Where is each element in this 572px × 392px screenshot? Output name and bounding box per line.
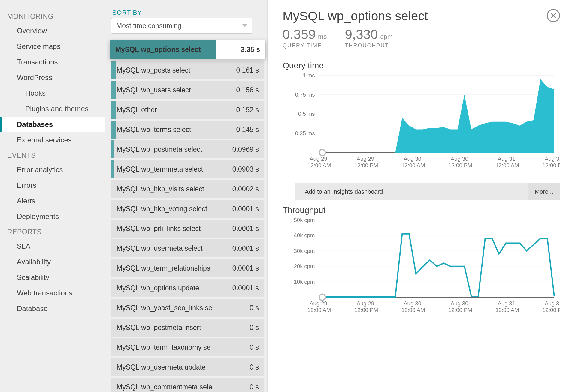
sidebar-item-hooks[interactable]: Hooks (0, 85, 105, 101)
sidebar-item-overview[interactable]: Overview (0, 23, 105, 39)
sidebar-item-external-services[interactable]: External services (0, 132, 105, 148)
svg-text:Aug 31,: Aug 31, (545, 156, 560, 162)
query-row-time: 0 s (250, 304, 259, 312)
query-row[interactable]: MySQL wp_commentmeta sele0 s (111, 378, 264, 392)
sidebar-item-transactions[interactable]: Transactions (0, 54, 105, 70)
sidebar-item-error-analytics[interactable]: Error analytics (0, 162, 105, 178)
sort-by-label: SORT BY (111, 9, 264, 16)
sidebar-item-alerts[interactable]: Alerts (0, 193, 105, 209)
svg-text:Aug 30,: Aug 30, (451, 300, 470, 307)
query-row-name: MySQL wp_terms select (117, 126, 191, 134)
svg-text:12:00 PM: 12:00 PM (354, 162, 378, 169)
query-row[interactable]: MySQL wp_term_relationships0.0001 s (111, 259, 264, 277)
metric-query-time: 0.359 ms QUERY TIME (283, 27, 327, 49)
insights-label: Add to an Insights dashboard (305, 188, 383, 195)
chart-query-time: Query time 1 ms0.75 ms0.5 ms0.25 msAug 2… (283, 61, 560, 174)
query-row-time: 0 s (250, 363, 259, 371)
query-row-name: MySQL wp_yoast_seo_links sel (117, 304, 214, 312)
sidebar-item-scalability[interactable]: Scalability (0, 270, 105, 285)
query-row-time: 0.0001 s (232, 205, 259, 213)
chart-throughput: Throughput 50k cpm40k cpm30k cpm20k cpm1… (283, 205, 560, 319)
query-row[interactable]: MySQL wp_usermeta update0 s (111, 358, 264, 376)
svg-point-45 (319, 294, 325, 301)
sidebar: MONITORINGOverviewService mapsTransactio… (0, 0, 105, 392)
throughput-unit: cpm (380, 33, 393, 41)
sort-by-select[interactable]: Most time consuming (111, 18, 252, 34)
sidebar-section-title: EVENTS (0, 148, 105, 162)
query-time-label: QUERY TIME (283, 43, 327, 49)
query-row[interactable]: MySQL wp_usermeta select0.0001 s (111, 239, 264, 257)
query-row-name: MySQL wp_term_taxonomy se (117, 343, 211, 352)
svg-text:Aug 29,: Aug 29, (310, 300, 329, 307)
query-row-time: 0.152 s (236, 106, 259, 114)
svg-text:0.75 ms: 0.75 ms (295, 91, 315, 98)
query-row-bar (111, 140, 114, 158)
query-row-name: MySQL wp_postmeta select (117, 145, 202, 154)
sidebar-item-databases[interactable]: Databases (0, 117, 105, 132)
query-row-name: MySQL wp_options update (117, 284, 199, 292)
query-row[interactable]: MySQL wp_posts select0.161 s (111, 61, 264, 79)
query-row[interactable]: MySQL wp_prli_links select0.0001 s (111, 220, 264, 238)
query-row-name: MySQL wp_term_relationships (117, 264, 210, 272)
close-icon[interactable] (547, 9, 560, 22)
query-row-time: 0.0001 s (232, 225, 259, 233)
svg-text:12:00 PM: 12:00 PM (542, 307, 560, 313)
sidebar-item-web-transactions[interactable]: Web transactions (0, 285, 105, 301)
query-row-name: MySQL wp_hkb_voting select (117, 205, 207, 213)
query-row[interactable]: MySQL wp_hkb_visits select0.0002 s (111, 180, 264, 198)
query-row-bar (111, 61, 116, 79)
query-row-name: MySQL wp_prli_links select (117, 225, 201, 233)
svg-text:0.5 ms: 0.5 ms (298, 111, 315, 117)
sidebar-item-wordpress[interactable]: WordPress (0, 70, 105, 85)
sidebar-item-errors[interactable]: Errors (0, 178, 105, 193)
sidebar-item-service-maps[interactable]: Service maps (0, 39, 105, 54)
query-row-name: MySQL wp_usermeta update (117, 363, 206, 371)
svg-text:50k cpm: 50k cpm (294, 217, 315, 223)
svg-text:1 ms: 1 ms (303, 72, 315, 78)
sidebar-section-title: REPORTS (0, 224, 105, 238)
svg-text:Aug 30,: Aug 30, (451, 156, 470, 162)
svg-text:Aug 30,: Aug 30, (404, 156, 423, 162)
query-list-panel: SORT BY Most time consuming MySQL wp_opt… (105, 0, 267, 392)
query-row[interactable]: MySQL wp_yoast_seo_links sel0 s (111, 299, 264, 317)
query-row[interactable]: MySQL wp_terms select0.145 s (111, 121, 264, 139)
sidebar-item-deployments[interactable]: Deployments (0, 209, 105, 224)
svg-text:Aug 31,: Aug 31, (498, 156, 517, 162)
svg-text:12:00 AM: 12:00 AM (401, 162, 425, 169)
query-row-time: 0.161 s (236, 66, 259, 74)
query-row-name: MySQL wp_hkb_visits select (117, 185, 204, 193)
query-row[interactable]: MySQL other0.152 s (111, 101, 264, 119)
query-row-bar (111, 101, 116, 119)
svg-text:12:00 AM: 12:00 AM (401, 307, 425, 313)
sidebar-item-database[interactable]: Database (0, 301, 105, 316)
query-row[interactable]: MySQL wp_term_taxonomy se0 s (111, 338, 264, 356)
query-row[interactable]: MySQL wp_postmeta select0.0969 s (111, 140, 264, 158)
query-row-time: 0.0001 s (232, 284, 259, 292)
more-button[interactable]: More... (528, 183, 560, 200)
query-row[interactable]: MySQL wp_options select3.35 s (110, 40, 265, 59)
query-row[interactable]: MySQL wp_users select0.156 s (111, 81, 264, 99)
sidebar-item-plugins-themes[interactable]: Plugins and themes (0, 101, 105, 117)
svg-text:0.25 ms: 0.25 ms (295, 130, 315, 136)
insights-bar[interactable]: Add to an Insights dashboard More... (295, 183, 560, 200)
query-time-value: 0.359 (283, 27, 316, 42)
sidebar-item-sla[interactable]: SLA (0, 238, 105, 254)
detail-panel: MySQL wp_options select 0.359 ms QUERY T… (267, 0, 572, 392)
query-row[interactable]: MySQL wp_hkb_voting select0.0001 s (111, 200, 264, 218)
svg-point-21 (319, 150, 325, 156)
query-row[interactable]: MySQL wp_options update0.0001 s (111, 279, 264, 297)
query-row[interactable]: MySQL wp_termmeta select0.0903 s (111, 160, 264, 178)
query-row[interactable]: MySQL wp_postmeta insert0 s (111, 319, 264, 337)
sidebar-item-availability[interactable]: Availability (0, 254, 105, 270)
query-row-time: 0.0002 s (232, 185, 259, 193)
query-row-bar (111, 160, 114, 178)
svg-text:20k cpm: 20k cpm (294, 263, 315, 269)
sort-by-value: Most time consuming (116, 22, 181, 30)
query-row-time: 0 s (250, 343, 259, 352)
chart-query-time-title: Query time (283, 61, 560, 70)
svg-text:Aug 29,: Aug 29, (357, 156, 376, 162)
query-row-name: MySQL wp_termmeta select (117, 165, 203, 173)
query-row-name: MySQL wp_usermeta select (117, 244, 203, 253)
query-row-time: 0 s (250, 383, 259, 391)
query-row-name: MySQL wp_users select (117, 86, 191, 94)
